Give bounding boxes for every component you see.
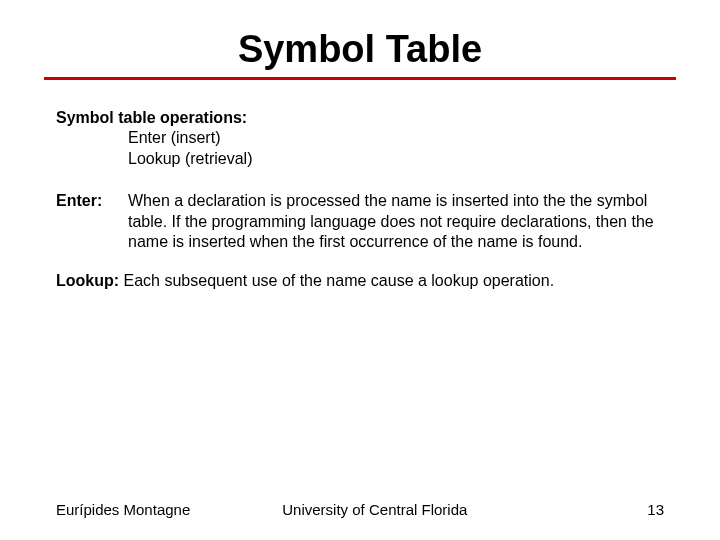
lookup-body: Each subsequent use of the name cause a … <box>124 272 555 289</box>
footer-page-number: 13 <box>647 501 664 518</box>
footer-university: University of Central Florida <box>282 501 467 518</box>
operations-item-lookup: Lookup (retrieval) <box>128 149 664 169</box>
enter-definition: Enter: When a declaration is processed t… <box>56 191 664 252</box>
footer-author: Eurípides Montagne <box>56 501 190 518</box>
lookup-term: Lookup: <box>56 272 124 289</box>
operations-heading: Symbol table operations: <box>56 108 664 128</box>
slide-content: Symbol table operations: Enter (insert) … <box>0 80 720 291</box>
operations-item-enter: Enter (insert) <box>128 128 664 148</box>
lookup-definition: Lookup: Each subsequent use of the name … <box>56 271 664 291</box>
slide-footer: Eurípides Montagne University of Central… <box>0 501 720 518</box>
enter-body: When a declaration is processed the name… <box>128 191 664 252</box>
slide: Symbol Table Symbol table operations: En… <box>0 0 720 540</box>
slide-title: Symbol Table <box>0 0 720 77</box>
enter-term: Enter: <box>56 191 128 252</box>
operations-list: Enter (insert) Lookup (retrieval) <box>56 128 664 169</box>
